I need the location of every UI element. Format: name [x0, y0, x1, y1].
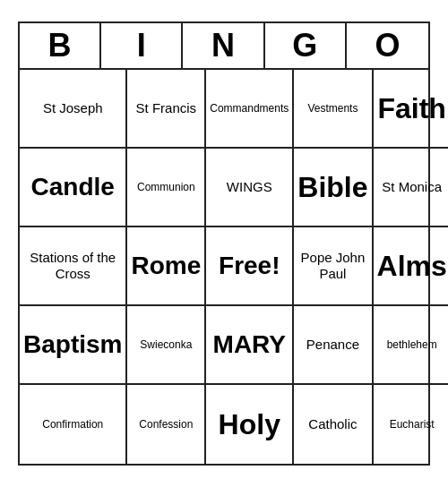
- cell-text-12: Free!: [219, 251, 280, 281]
- cell-text-1: St Francis: [136, 100, 197, 116]
- bingo-cell-19: bethlehem: [374, 306, 448, 385]
- bingo-cell-6: Communion: [127, 149, 206, 227]
- bingo-cell-14: Alms: [374, 227, 448, 306]
- bingo-cell-20: Confirmation: [20, 385, 127, 464]
- header-letter-G: G: [265, 23, 347, 68]
- cell-text-9: St Monica: [382, 179, 442, 195]
- bingo-cell-1: St Francis: [127, 70, 206, 149]
- cell-text-17: MARY: [213, 329, 286, 360]
- cell-text-11: Rome: [131, 251, 201, 281]
- header-letter-N: N: [183, 23, 264, 68]
- bingo-cell-13: Pope John Paul: [294, 227, 373, 306]
- bingo-cell-5: Candle: [20, 149, 127, 227]
- cell-text-15: Baptism: [23, 329, 122, 360]
- bingo-cell-18: Penance: [294, 306, 373, 385]
- cell-text-2: Commandments: [210, 102, 289, 115]
- bingo-cell-0: St Joseph: [20, 70, 127, 149]
- bingo-cell-7: WINGS: [206, 149, 294, 227]
- bingo-cell-17: MARY: [206, 306, 294, 385]
- cell-text-22: Holy: [219, 407, 280, 441]
- bingo-cell-3: Vestments: [294, 70, 373, 149]
- bingo-cell-12: Free!: [206, 227, 294, 306]
- bingo-cell-10: Stations of the Cross: [20, 227, 127, 306]
- cell-text-7: WINGS: [227, 179, 272, 195]
- bingo-cell-11: Rome: [127, 227, 206, 306]
- bingo-cell-23: Catholic: [294, 385, 373, 464]
- cell-text-10: Stations of the Cross: [23, 250, 122, 282]
- bingo-cell-24: Eucharist: [374, 385, 448, 464]
- cell-text-6: Communion: [137, 181, 195, 193]
- cell-text-14: Alms: [377, 249, 447, 283]
- bingo-cell-8: Bible: [294, 149, 373, 227]
- bingo-cell-9: St Monica: [374, 149, 448, 227]
- cell-text-0: St Joseph: [43, 100, 103, 116]
- bingo-header: BINGO: [20, 23, 428, 70]
- cell-text-4: Faith: [377, 91, 445, 125]
- bingo-cell-16: Swieconka: [127, 306, 206, 385]
- cell-text-8: Bible: [297, 170, 367, 204]
- header-letter-B: B: [20, 23, 101, 68]
- bingo-cell-21: Confession: [127, 385, 206, 464]
- cell-text-5: Candle: [31, 172, 115, 202]
- cell-text-3: Vestments: [307, 102, 358, 115]
- header-letter-I: I: [101, 23, 183, 68]
- cell-text-21: Confession: [139, 418, 193, 431]
- cell-text-18: Penance: [306, 337, 359, 353]
- bingo-cell-2: Commandments: [206, 70, 294, 149]
- bingo-cell-15: Baptism: [20, 306, 127, 385]
- cell-text-20: Confirmation: [42, 418, 103, 431]
- cell-text-13: Pope John Paul: [297, 250, 367, 282]
- cell-text-24: Eucharist: [390, 418, 435, 431]
- cell-text-23: Catholic: [308, 416, 357, 432]
- cell-text-16: Swieconka: [140, 338, 192, 351]
- bingo-card: BINGO St JosephSt FrancisCommandmentsVes…: [18, 21, 430, 466]
- header-letter-O: O: [347, 23, 428, 68]
- cell-text-19: bethlehem: [387, 338, 437, 351]
- bingo-cell-22: Holy: [206, 385, 294, 464]
- bingo-cell-4: Faith: [374, 70, 448, 149]
- bingo-grid: St JosephSt FrancisCommandmentsVestments…: [20, 70, 428, 464]
